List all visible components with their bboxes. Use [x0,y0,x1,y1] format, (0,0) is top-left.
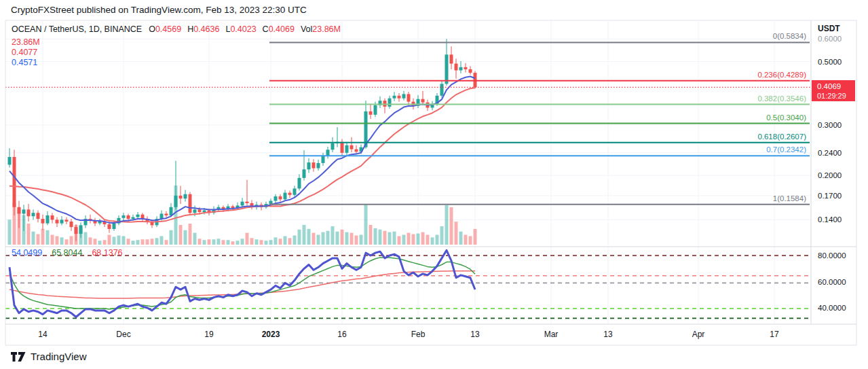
rsi-ma-value: 65.8044 [52,248,82,258]
time-tick-label: 17 [770,330,779,339]
time-tick-label: 13 [603,330,613,339]
rsi-value: 54.0499 [12,248,42,258]
fib-label: 0.7(0.2342) [766,145,806,154]
price-tick-label: 0.2000 [818,171,842,179]
tradingview-icon [11,351,26,362]
ohlc-open: O0.4569 [149,24,181,34]
price-axis-currency-label: USDT [818,24,840,33]
tradingview-chart-screenshot: CryptoFXStreet published on TradingView.… [0,0,868,369]
fib-label: 1(0.1584) [773,194,806,203]
indicator-tick-label: 40.0000 [818,304,846,312]
time-tick-label: 14 [38,330,48,339]
time-tick-label: Dec [116,330,130,339]
last-price-badge[interactable]: 0.4069 01:29:29 [812,80,855,101]
time-tick-label: Mar [544,330,559,339]
price-tick-label: 0.2400 [818,149,842,157]
grid-lines [5,20,811,324]
ohlc-close: C0.4069 [263,24,295,34]
symbol-title[interactable]: OCEAN / TetherUS, 1D, BINANCE [12,24,142,34]
symbol-legend: OCEAN / TetherUS, 1D, BINANCE O0.4569 H0… [12,24,347,34]
ohlc-high: H0.4636 [187,24,219,34]
time-tick-label: Apr [692,330,705,339]
volume-bars [8,186,477,245]
ma-slow-value: 0.4077 [12,48,37,57]
chart-canvas[interactable]: 0(0.5834)0.236(0.4289)0.382(0.3546)0.5(0… [0,0,868,369]
time-tick-label: 2023 [262,330,280,339]
ohlc-low: L0.4023 [225,24,256,34]
fib-retracement[interactable]: 0(0.5834)0.236(0.4289)0.382(0.3546)0.5(0… [269,32,810,204]
rsi-panel [5,250,810,318]
fib-label: 0.5(0.3040) [766,113,806,122]
price-tick-label: 0.6000 [818,35,842,43]
price-tick-label: 0.1400 [818,215,842,224]
tradingview-logo-link[interactable]: TradingView [11,351,87,362]
time-tick-label: 13 [470,330,480,339]
time-axis[interactable]: 14Dec19202316Feb13Mar13Apr17 [38,330,779,339]
frame-borders [5,20,856,345]
price-tick-label: 0.1700 [818,192,842,200]
fib-label: 0.236(0.4289) [757,71,806,79]
price-axis[interactable]: 0.60000.50000.30000.24000.20000.17000.14… [818,35,846,312]
fib-label: 0.382(0.3546) [757,94,806,103]
fib-label: 0(0.5834) [773,32,806,40]
time-tick-label: 19 [204,330,214,339]
tradingview-wordmark: TradingView [31,351,87,362]
indicator-tick-label: 80.0000 [818,251,846,260]
time-tick-label: Feb [411,330,426,339]
candles [8,39,477,241]
fib-label: 0.618(0.2607) [757,133,806,141]
volume-indicator-value: 23.86M [12,37,40,47]
price-tick-label: 0.3000 [818,121,842,129]
indicator-tick-label: 60.0000 [818,278,846,286]
last-price: 0.4069 [817,82,855,91]
ma-fast-value: 0.4571 [12,58,37,67]
bar-countdown: 01:29:29 [817,91,855,101]
rsi-slow-value: 68.1376 [92,248,122,258]
price-tick-label: 0.5000 [818,58,842,66]
rsi-legend-values: 54.0499 65.8044 68.1376 [12,248,132,258]
time-tick-label: 16 [337,330,347,339]
ohlc-volume: Vol23.86M [301,24,341,34]
